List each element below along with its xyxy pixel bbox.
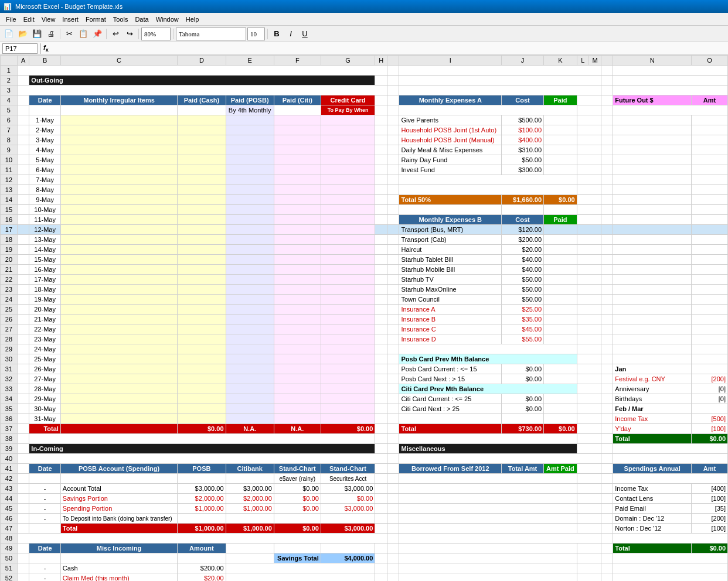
copy-button[interactable]: 📋 bbox=[77, 28, 90, 40]
insurance-a-paid[interactable] bbox=[544, 305, 577, 315]
citi-2[interactable] bbox=[274, 125, 321, 135]
cash-5[interactable] bbox=[178, 155, 226, 165]
date-21may[interactable]: 21-May bbox=[29, 315, 61, 324]
date-27may[interactable]: 27-May bbox=[29, 374, 61, 384]
give-parents-paid[interactable] bbox=[544, 115, 577, 125]
date-30may[interactable]: 30-May bbox=[29, 404, 61, 414]
date-2may[interactable]: 2-May bbox=[29, 125, 61, 135]
formula-input[interactable] bbox=[51, 43, 726, 54]
col-m[interactable]: M bbox=[589, 56, 601, 66]
date-23may[interactable]: 23-May bbox=[29, 334, 61, 344]
date-24may[interactable]: 24-May bbox=[29, 344, 61, 354]
transport-bus-paid[interactable] bbox=[544, 225, 577, 235]
print-button[interactable]: 🖨 bbox=[45, 28, 57, 40]
r1-right[interactable] bbox=[399, 66, 601, 76]
cc-3[interactable] bbox=[321, 135, 375, 145]
cash-4[interactable] bbox=[178, 145, 226, 155]
col-g[interactable]: G bbox=[321, 56, 375, 66]
col-o[interactable]: O bbox=[692, 56, 728, 66]
posb-6[interactable] bbox=[226, 165, 274, 175]
date-15may[interactable]: 15-May bbox=[29, 255, 61, 265]
insurance-b-paid[interactable] bbox=[544, 315, 577, 324]
col-gap2[interactable] bbox=[601, 56, 613, 66]
date-12may[interactable]: 12-May bbox=[29, 225, 61, 235]
date-4may[interactable]: 4-May bbox=[29, 145, 61, 155]
citi-6[interactable] bbox=[274, 165, 321, 175]
col-n[interactable]: N bbox=[613, 56, 692, 66]
date-7may[interactable]: 7-May bbox=[29, 175, 61, 185]
col-h[interactable]: H bbox=[375, 56, 387, 66]
cc-2[interactable] bbox=[321, 125, 375, 135]
col-i[interactable]: I bbox=[399, 56, 502, 66]
household-posb-manual-paid[interactable] bbox=[544, 135, 577, 145]
posb-4[interactable] bbox=[226, 145, 274, 155]
starhub-mobile-paid[interactable] bbox=[544, 265, 577, 275]
irr-3[interactable] bbox=[60, 135, 177, 145]
daily-meal-paid[interactable] bbox=[544, 145, 577, 155]
haircut-paid[interactable] bbox=[544, 245, 577, 255]
undo-button[interactable]: ↩ bbox=[109, 28, 122, 40]
citi-5[interactable] bbox=[274, 155, 321, 165]
date-1may[interactable]: 1-May bbox=[29, 115, 61, 125]
date-17may[interactable]: 17-May bbox=[29, 275, 61, 285]
cash-6[interactable] bbox=[178, 165, 226, 175]
starhub-tv-paid[interactable] bbox=[544, 275, 577, 285]
menu-view[interactable]: View bbox=[38, 15, 59, 24]
col-a[interactable]: A bbox=[17, 56, 29, 66]
date-31may[interactable]: 31-May bbox=[29, 414, 61, 424]
font-input[interactable] bbox=[176, 28, 246, 40]
menu-insert[interactable]: Insert bbox=[59, 15, 82, 24]
col-e[interactable]: E bbox=[226, 56, 274, 66]
date-25may[interactable]: 25-May bbox=[29, 354, 61, 364]
posb-1[interactable] bbox=[226, 115, 274, 125]
cash-2[interactable] bbox=[178, 125, 226, 135]
r1-left[interactable] bbox=[17, 66, 387, 76]
date-14may[interactable]: 14-May bbox=[29, 245, 61, 255]
date-11may[interactable]: 11-May bbox=[29, 215, 61, 225]
open-button[interactable]: 📂 bbox=[16, 28, 29, 40]
insurance-c-paid[interactable] bbox=[544, 324, 577, 334]
menu-tools[interactable]: Tools bbox=[110, 15, 132, 24]
col-b[interactable]: B bbox=[29, 56, 61, 66]
menu-file[interactable]: File bbox=[2, 15, 20, 24]
menu-format[interactable]: Format bbox=[82, 15, 110, 24]
cc-4[interactable] bbox=[321, 145, 375, 155]
col-f[interactable]: F bbox=[274, 56, 321, 66]
transport-cab-paid[interactable] bbox=[544, 235, 577, 245]
cash-3[interactable] bbox=[178, 135, 226, 145]
cc-6[interactable] bbox=[321, 165, 375, 175]
save-button[interactable]: 💾 bbox=[30, 28, 43, 40]
rainy-fund-paid[interactable] bbox=[544, 155, 577, 165]
redo-button[interactable]: ↪ bbox=[123, 28, 136, 40]
citi-1[interactable] bbox=[274, 115, 321, 125]
date-26may[interactable]: 26-May bbox=[29, 364, 61, 374]
date-16may[interactable]: 16-May bbox=[29, 265, 61, 275]
col-d[interactable]: D bbox=[178, 56, 226, 66]
posb-5[interactable] bbox=[226, 155, 274, 165]
date-18may[interactable]: 18-May bbox=[29, 285, 61, 295]
town-council-paid[interactable] bbox=[544, 295, 577, 305]
bold-button[interactable]: B bbox=[270, 28, 283, 40]
date-29may[interactable]: 29-May bbox=[29, 394, 61, 404]
irr-2[interactable] bbox=[60, 125, 177, 135]
col-gap1[interactable] bbox=[387, 56, 399, 66]
irr-5[interactable] bbox=[60, 155, 177, 165]
menu-edit[interactable]: Edit bbox=[20, 15, 38, 24]
posb-2[interactable] bbox=[226, 125, 274, 135]
date-10may[interactable]: 10-May bbox=[29, 205, 61, 215]
cc-5[interactable] bbox=[321, 155, 375, 165]
col-l[interactable]: L bbox=[577, 56, 589, 66]
cash-1[interactable] bbox=[178, 115, 226, 125]
date-5may[interactable]: 5-May bbox=[29, 155, 61, 165]
italic-button[interactable]: I bbox=[284, 28, 297, 40]
date-20may[interactable]: 20-May bbox=[29, 305, 61, 315]
col-c[interactable]: C bbox=[60, 56, 177, 66]
citi-4[interactable] bbox=[274, 145, 321, 155]
date-6may[interactable]: 6-May bbox=[29, 165, 61, 175]
starhub-max-paid[interactable] bbox=[544, 285, 577, 295]
paste-button[interactable]: 📌 bbox=[91, 28, 104, 40]
date-22may[interactable]: 22-May bbox=[29, 324, 61, 334]
date-13may[interactable]: 13-May bbox=[29, 235, 61, 245]
cell-reference[interactable] bbox=[2, 43, 38, 54]
date-28may[interactable]: 28-May bbox=[29, 384, 61, 394]
